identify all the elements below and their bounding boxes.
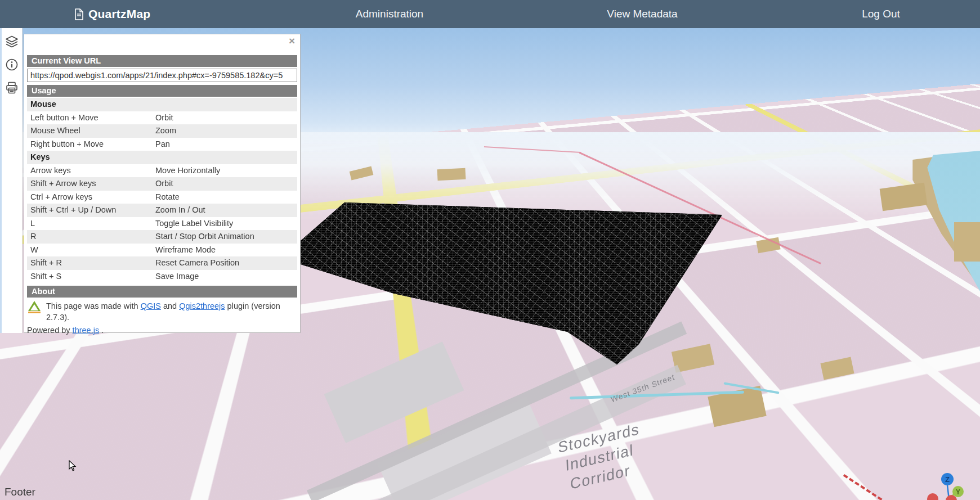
usage-group-row: Mouse <box>27 98 297 111</box>
usage-row: Shift + Arrow keysOrbit <box>27 177 297 191</box>
footer-text: Footer <box>5 486 35 498</box>
print-icon <box>5 80 19 95</box>
usage-value: Reset Camera Position <box>155 258 294 268</box>
brand-title: QuartzMap <box>88 7 150 21</box>
info-icon <box>5 57 19 72</box>
usage-value: Zoom In / Out <box>155 205 294 215</box>
section-header-current-view-url: Current View URL <box>27 55 297 67</box>
usage-key: Mouse Wheel <box>30 126 155 136</box>
print-button[interactable] <box>2 78 21 97</box>
usage-row: Ctrl + Arrow keysRotate <box>27 191 297 204</box>
usage-value: Zoom <box>155 126 294 136</box>
about-body: This page was made with QGIS and Qgis2th… <box>27 301 297 323</box>
usage-key: W <box>30 245 155 255</box>
usage-value: Start / Stop Orbit Animation <box>155 232 294 242</box>
powered-by-line: Powered by three.js . <box>27 325 297 336</box>
mouse-cursor <box>69 460 78 472</box>
document-icon <box>74 8 84 20</box>
usage-row: Left button + MoveOrbit <box>27 111 297 125</box>
axis-gizmo[interactable]: Z Y <box>924 467 980 500</box>
usage-value: Orbit <box>155 113 294 123</box>
usage-table-body: MouseLeft button + MoveOrbitMouse WheelZ… <box>27 98 297 283</box>
usage-value: Move Horizontally <box>155 166 294 176</box>
usage-key: Shift + Ctrl + Up / Down <box>30 205 155 215</box>
usage-value: Toggle Label Visibility <box>155 219 294 229</box>
usage-row: LToggle Label Visibility <box>27 217 297 231</box>
section-header-usage: Usage <box>27 85 297 97</box>
nav-link-administration[interactable]: Administration <box>356 8 423 20</box>
usage-key: Ctrl + Arrow keys <box>30 192 155 202</box>
usage-value: Wireframe Mode <box>155 245 294 255</box>
qgis-link[interactable]: QGIS <box>141 301 161 310</box>
usage-key: R <box>30 232 155 242</box>
usage-key: Shift + R <box>30 258 155 268</box>
powered-suffix: . <box>99 326 104 335</box>
top-navbar: QuartzMap Administration View Metadata L… <box>0 0 980 28</box>
threejs-link[interactable]: three.js <box>73 326 100 335</box>
usage-value: Orbit <box>155 179 294 189</box>
usage-key: Right button + Move <box>30 139 155 150</box>
section-header-about: About <box>27 286 297 298</box>
layers-icon <box>5 34 19 49</box>
usage-row: Arrow keysMove Horizontally <box>27 164 297 178</box>
usage-key: Shift + S <box>30 272 155 282</box>
usage-row: Shift + Ctrl + Up / DownZoom In / Out <box>27 204 297 217</box>
info-button[interactable] <box>2 55 21 74</box>
about-text: This page was made with QGIS and Qgis2th… <box>46 301 297 323</box>
usage-key: L <box>30 219 155 229</box>
powered-prefix: Powered by <box>27 326 73 335</box>
left-toolbar <box>0 28 23 333</box>
usage-value <box>155 100 294 110</box>
usage-key: Arrow keys <box>30 166 155 176</box>
usage-key: Shift + Arrow keys <box>30 179 155 189</box>
usage-row: Shift + SSave Image <box>27 270 297 283</box>
usage-row: Right button + MovePan <box>27 138 297 151</box>
help-panel: × Current View URL Usage MouseLeft butto… <box>24 34 301 333</box>
qgis2threejs-logo-icon <box>28 301 42 314</box>
axis-y-label: Y <box>956 488 960 496</box>
usage-row: WWireframe Mode <box>27 244 297 257</box>
usage-key: Mouse <box>30 100 155 110</box>
brand[interactable]: QuartzMap <box>74 0 150 28</box>
qgis2threejs-link[interactable]: Qgis2threejs <box>179 301 225 310</box>
map-building-patch <box>437 168 466 181</box>
usage-value: Rotate <box>155 192 294 202</box>
usage-row: Mouse WheelZoom <box>27 124 297 138</box>
axis-x-ball <box>927 493 938 500</box>
usage-row: RStart / Stop Orbit Animation <box>27 230 297 244</box>
current-view-url-input[interactable] <box>27 69 297 82</box>
layers-button[interactable] <box>2 32 21 51</box>
usage-group-row: Keys <box>27 151 297 164</box>
usage-value <box>155 152 294 163</box>
about-text-mid: and <box>161 301 179 310</box>
close-icon[interactable]: × <box>289 35 295 46</box>
axis-z-label: Z <box>945 475 950 484</box>
usage-key: Left button + Move <box>30 113 155 123</box>
usage-value: Pan <box>155 139 294 150</box>
map-building-patch <box>954 222 980 262</box>
usage-key: Keys <box>30 152 155 163</box>
usage-row: Shift + RReset Camera Position <box>27 256 297 270</box>
nav-link-view-metadata[interactable]: View Metadata <box>607 8 677 20</box>
about-text-prefix: This page was made with <box>46 301 141 310</box>
usage-value: Save Image <box>155 272 294 282</box>
nav-link-log-out[interactable]: Log Out <box>862 8 900 20</box>
